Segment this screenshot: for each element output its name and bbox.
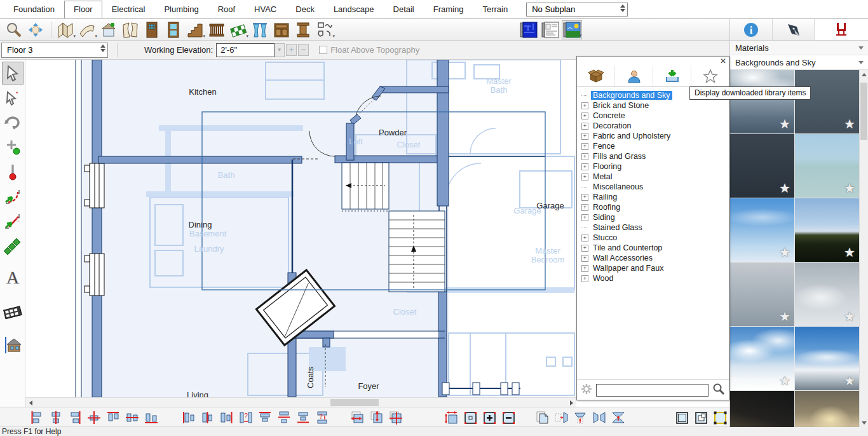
resize-both[interactable] (390, 412, 402, 425)
material-thumbnail-pale-horizon[interactable]: ★ (795, 134, 859, 198)
material-thumbnail-silver-clouds[interactable]: ★ (795, 262, 859, 326)
library-category[interactable]: +Fabric and Upholstery (581, 131, 729, 141)
materials-category-header[interactable]: Backgrounds and Sky (730, 55, 868, 70)
select-objects-icon[interactable] (2, 62, 24, 85)
material-thumbnail-wispy-blue[interactable]: ★ (730, 198, 794, 262)
railing-icon[interactable] (207, 20, 227, 39)
column-icon[interactable] (293, 20, 313, 39)
material-thumbnail-cloudy-sky[interactable]: ★ (730, 70, 794, 133)
scroll-down-arrow-icon[interactable] (860, 418, 868, 427)
library-category[interactable]: +Stucco (581, 233, 729, 243)
space-evenly-left[interactable] (184, 412, 194, 423)
stack-spacing-query[interactable]: ? (318, 412, 327, 423)
favorites-tab[interactable] (691, 65, 729, 86)
material-thumbnail-cumulus[interactable]: ★ (730, 327, 794, 390)
chamfer-lines-icon[interactable] (2, 210, 24, 233)
favorite-star-icon[interactable]: ★ (844, 181, 855, 196)
material-thumbnail-steel-dusk[interactable]: ★ (795, 70, 859, 133)
favorite-star-icon[interactable]: ★ (844, 309, 855, 324)
tab-framing[interactable]: Framing (424, 1, 473, 18)
vertical-scroll-thumb[interactable] (860, 83, 867, 140)
tab-roof[interactable]: Roof (208, 1, 245, 18)
door-icon[interactable] (142, 20, 162, 39)
tab-deck[interactable]: Deck (286, 1, 324, 18)
favorite-star-icon[interactable]: ★ (779, 373, 790, 388)
align-objects-left[interactable] (32, 411, 41, 424)
space-evenly-query[interactable]: ? (240, 412, 252, 423)
horizontal-scroll-thumb[interactable] (330, 399, 379, 406)
size-dimensions[interactable] (445, 411, 457, 423)
expand-plus-icon[interactable]: + (581, 275, 588, 282)
expand-plus-icon[interactable]: + (581, 255, 588, 262)
copy-object[interactable] (537, 412, 548, 423)
library-category[interactable]: +Flooring (581, 161, 729, 172)
align-objects-bottom[interactable] (145, 414, 158, 423)
break-wall-icon[interactable] (120, 20, 140, 39)
library-category[interactable]: Stained Glass (581, 222, 729, 233)
float-above-topography-checkbox[interactable] (319, 46, 327, 54)
expand-plus-icon[interactable]: + (581, 235, 588, 242)
favorite-star-icon[interactable]: ★ (779, 181, 790, 196)
window-icon[interactable] (163, 20, 184, 39)
search-icon[interactable] (712, 383, 725, 398)
tab-plumbing[interactable]: Plumbing (154, 1, 208, 18)
library-category[interactable]: +Concrete (581, 111, 729, 121)
expand-plus-icon[interactable]: + (581, 143, 588, 150)
scroll-up-arrow-icon[interactable] (860, 70, 868, 79)
favorite-star-icon[interactable]: ★ (844, 373, 855, 388)
perspective-view-icon[interactable]: ▾ (562, 20, 582, 39)
tab-terrain[interactable]: Terrain (473, 1, 517, 18)
fillet-lines-icon[interactable] (2, 186, 24, 208)
tab-detail[interactable]: Detail (384, 1, 424, 18)
library-category[interactable]: +Wood (581, 273, 729, 283)
library-category[interactable]: +Tile and Countertop (581, 243, 729, 253)
mirror-vertical[interactable] (613, 412, 624, 423)
center-objects-horizontal[interactable] (126, 414, 139, 421)
tab-hvac[interactable]: HVAC (245, 1, 286, 18)
tab-foundation[interactable]: Foundation (4, 1, 64, 18)
resize-height[interactable] (371, 411, 382, 423)
library-category[interactable]: +Siding (581, 212, 729, 222)
library-category[interactable]: Miscellaneous (581, 182, 729, 192)
space-evenly-right[interactable] (221, 412, 232, 423)
expand-plus-icon[interactable]: + (581, 123, 588, 130)
material-thumbnail-night-slate[interactable]: ★ (730, 134, 794, 198)
expand-plus-icon[interactable]: + (581, 112, 588, 119)
close-icon[interactable]: ✕ (720, 57, 726, 65)
favorite-star-icon[interactable]: ★ (779, 245, 790, 260)
selection-frame[interactable] (465, 412, 477, 424)
working-elevation-input[interactable]: 2'-6" (216, 43, 275, 57)
library-category[interactable]: +Wall Accessories (581, 253, 729, 263)
pen-button[interactable] (773, 19, 815, 40)
stack-align-middle[interactable] (278, 412, 290, 423)
subplan-select[interactable]: No Subplan (526, 3, 628, 17)
expand-plus-icon[interactable]: + (581, 174, 588, 181)
view-extents[interactable] (677, 412, 688, 423)
material-thumbnail-fog-gray[interactable]: ★ (730, 262, 794, 326)
expand-plus-icon[interactable]: + (581, 163, 588, 170)
favorite-star-icon[interactable]: ★ (779, 116, 790, 132)
library-category[interactable]: +Railing (581, 192, 729, 202)
break-line-icon[interactable] (2, 161, 24, 184)
zoom-icon[interactable] (4, 20, 24, 39)
text-icon[interactable]: A (2, 266, 24, 289)
mirror-horizontal[interactable] (593, 412, 605, 423)
material-thumbnail-treeline[interactable]: ★ (795, 198, 859, 262)
center-objects-both[interactable] (88, 411, 100, 424)
library-category[interactable]: +Metal (581, 172, 729, 182)
build-new-floor-icon[interactable] (98, 20, 119, 39)
place-point-icon[interactable] (2, 136, 24, 159)
core-library-tab[interactable] (577, 65, 615, 86)
plan-view-canvas[interactable]: Kitchen Powder Dining Garage Coats Foyer… (25, 60, 576, 397)
material-thumbnail-alpine-peaks[interactable]: ★ (795, 327, 859, 390)
expand-plus-icon[interactable]: + (581, 194, 588, 201)
zoom-selection-out[interactable] (503, 412, 515, 424)
reflect-right[interactable] (555, 412, 567, 423)
stairs-icon[interactable]: ▾ (185, 20, 205, 39)
favorite-star-icon[interactable]: ★ (844, 245, 855, 260)
select-similar-icon[interactable]: * (2, 86, 24, 109)
library-category[interactable]: +Wallpaper and Faux (581, 263, 729, 273)
polyline-shapes-icon[interactable]: ▾ (315, 20, 335, 39)
expand-plus-icon[interactable]: + (581, 204, 588, 211)
downloaded-items-tab[interactable] (653, 65, 691, 86)
